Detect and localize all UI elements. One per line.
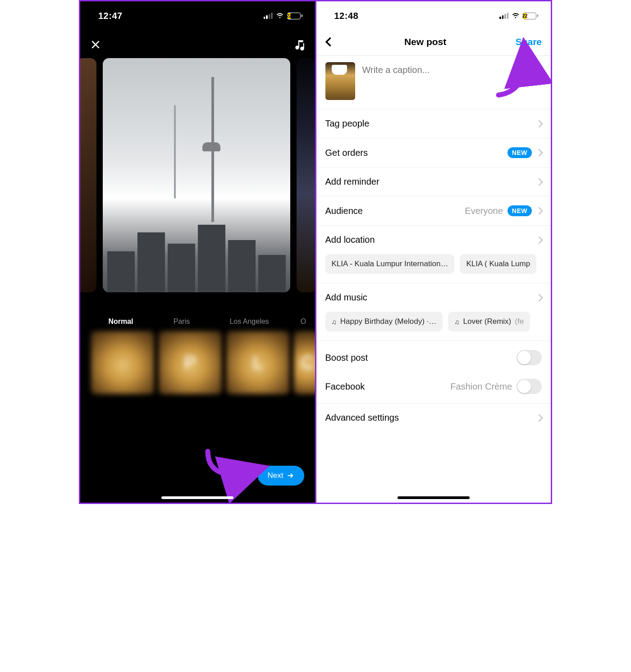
row-label: Tag people: [325, 118, 370, 129]
caption-input[interactable]: [362, 62, 542, 75]
music-note-icon: ♫: [454, 318, 459, 326]
battery-icon: 22: [287, 13, 302, 19]
status-bar: 12:48 22: [316, 1, 551, 27]
chevron-right-icon: [535, 149, 543, 157]
facebook-value: Fashion Crème: [450, 381, 512, 392]
cellular-icon: [264, 13, 273, 19]
selected-image[interactable]: [103, 58, 290, 292]
filter-thumb-paris[interactable]: [159, 331, 222, 394]
row-advanced-settings[interactable]: Advanced settings: [316, 403, 551, 432]
cellular-icon: [499, 13, 508, 19]
battery-pct: 22: [288, 13, 291, 19]
audience-value: Everyone: [465, 206, 503, 216]
facebook-toggle[interactable]: [517, 379, 542, 394]
wifi-icon: [275, 12, 284, 19]
music-chip-text: Lover (Remix): [463, 317, 512, 326]
chevron-right-icon: [535, 178, 543, 186]
new-post-header: New post Share: [316, 27, 551, 56]
status-bar: 12:47 22: [80, 1, 315, 27]
edit-header: [80, 27, 315, 58]
location-chip[interactable]: KLIA - Kuala Lumpur Internation…: [325, 254, 455, 274]
filter-label-los-angeles[interactable]: Los Angeles: [215, 318, 283, 326]
location-chip[interactable]: KLIA ( Kuala Lump: [460, 254, 536, 274]
row-label: Add reminder: [325, 177, 380, 187]
chevron-right-icon: [535, 294, 543, 301]
row-add-music[interactable]: Add music: [316, 283, 551, 312]
row-get-orders[interactable]: Get orders NEW: [316, 138, 551, 167]
filter-thumb-normal[interactable]: [91, 331, 154, 394]
filter-label-normal[interactable]: Normal: [80, 318, 148, 326]
row-label: Add location: [325, 235, 375, 245]
new-post-screen: 12:48 22 New post Share Tag people: [316, 1, 551, 503]
edit-post-screen: 12:47 22: [80, 1, 316, 503]
battery-pct: 22: [523, 13, 526, 19]
chevron-right-icon: [535, 414, 543, 422]
home-indicator[interactable]: [398, 496, 470, 499]
music-chips: ♫ Happy Birthday (Melody) ·… ♫ Lover (Re…: [316, 312, 551, 341]
row-label: Facebook: [325, 381, 365, 392]
location-chips: KLIA - Kuala Lumpur Internation… KLIA ( …: [316, 254, 551, 283]
row-audience[interactable]: Audience Everyone NEW: [316, 196, 551, 225]
row-facebook[interactable]: Facebook Fashion Crème: [316, 374, 551, 403]
music-chip[interactable]: ♫ Happy Birthday (Melody) ·…: [325, 312, 443, 331]
back-icon[interactable]: [323, 36, 335, 48]
row-label: Advanced settings: [325, 413, 399, 423]
chevron-right-icon: [535, 120, 543, 127]
chevron-right-icon: [535, 207, 543, 215]
chevron-right-icon: [535, 236, 543, 244]
filter-thumb-los-angeles[interactable]: [226, 331, 289, 394]
row-label: Add music: [325, 292, 367, 303]
music-chip-faded: (fe: [515, 317, 524, 326]
filter-label-o[interactable]: O: [283, 318, 316, 326]
row-label: Audience: [325, 206, 363, 216]
annotation-arrow-next: [201, 447, 269, 487]
status-icons: 22: [499, 12, 538, 19]
row-add-location[interactable]: Add location: [316, 225, 551, 254]
close-icon[interactable]: [89, 38, 102, 51]
new-badge: NEW: [508, 147, 532, 158]
next-button-label: Next: [268, 471, 283, 480]
home-indicator[interactable]: [161, 496, 233, 499]
wifi-icon: [511, 12, 520, 19]
next-image-peek[interactable]: [297, 58, 316, 292]
music-chip-text: Happy Birthday (Melody) ·…: [340, 317, 437, 326]
row-boost-post[interactable]: Boost post: [316, 341, 551, 374]
boost-toggle[interactable]: [517, 350, 542, 365]
filter-labels: Normal Paris Los Angeles O: [80, 292, 315, 331]
status-time: 12:47: [98, 11, 123, 21]
prev-image-peek[interactable]: [80, 58, 96, 292]
caption-row: [316, 56, 551, 109]
row-label: Boost post: [325, 353, 368, 363]
status-icons: 22: [264, 12, 302, 19]
next-button[interactable]: Next: [258, 466, 304, 486]
filter-thumbs[interactable]: [80, 331, 315, 394]
music-icon[interactable]: [293, 38, 306, 51]
music-note-icon: ♫: [332, 318, 337, 326]
share-button[interactable]: Share: [516, 36, 542, 47]
status-time: 12:48: [334, 11, 359, 21]
row-add-reminder[interactable]: Add reminder: [316, 167, 551, 196]
post-thumbnail[interactable]: [325, 62, 355, 100]
page-title: New post: [404, 36, 446, 47]
image-carousel[interactable]: [80, 58, 315, 292]
row-tag-people[interactable]: Tag people: [316, 109, 551, 138]
row-label: Get orders: [325, 148, 368, 158]
filter-label-paris[interactable]: Paris: [148, 318, 215, 326]
new-badge: NEW: [508, 205, 532, 216]
battery-icon: 22: [523, 13, 538, 19]
music-chip[interactable]: ♫ Lover (Remix) (fe: [448, 312, 530, 331]
filter-thumb-next[interactable]: [294, 331, 316, 394]
